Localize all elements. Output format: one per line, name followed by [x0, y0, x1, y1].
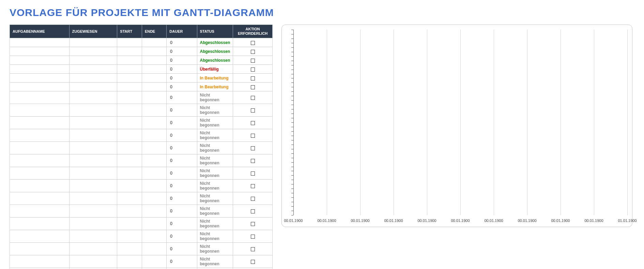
cell-assignee[interactable] — [69, 142, 117, 154]
col-header-duration[interactable]: DAUER — [167, 25, 197, 38]
cell-end[interactable] — [142, 47, 166, 56]
cell-duration[interactable]: 0 — [167, 167, 197, 180]
cell-duration[interactable]: 0 — [167, 117, 197, 129]
cell-name[interactable] — [10, 218, 70, 230]
cell-end[interactable] — [142, 255, 166, 268]
cell-name[interactable] — [10, 56, 70, 65]
cell-status[interactable]: Abgeschlossen — [197, 47, 233, 56]
cell-start[interactable] — [117, 205, 142, 218]
cell-name[interactable] — [10, 142, 70, 154]
cell-duration[interactable]: 0 — [167, 129, 197, 142]
action-checkbox[interactable] — [251, 76, 255, 80]
cell-end[interactable] — [142, 205, 166, 218]
action-checkbox[interactable] — [251, 222, 255, 226]
cell-status[interactable]: Nicht begonnen — [197, 218, 233, 230]
action-checkbox[interactable] — [251, 171, 255, 176]
cell-start[interactable] — [117, 65, 142, 74]
cell-end[interactable] — [142, 129, 166, 142]
cell-status[interactable]: Nicht begonnen — [197, 104, 233, 117]
cell-duration[interactable]: 0 — [167, 255, 197, 268]
cell-name[interactable] — [10, 117, 70, 129]
action-checkbox[interactable] — [251, 260, 255, 264]
cell-name[interactable] — [10, 180, 70, 192]
action-checkbox[interactable] — [251, 134, 255, 138]
cell-status[interactable]: Nicht begonnen — [197, 129, 233, 142]
cell-assignee[interactable] — [69, 91, 117, 104]
action-checkbox[interactable] — [251, 108, 255, 113]
cell-end[interactable] — [142, 180, 166, 192]
action-checkbox[interactable] — [251, 68, 255, 72]
cell-end[interactable] — [142, 230, 166, 243]
cell-duration[interactable]: 0 — [167, 243, 197, 255]
cell-duration[interactable]: 0 — [167, 230, 197, 243]
cell-name[interactable] — [10, 47, 70, 56]
cell-start[interactable] — [117, 83, 142, 91]
cell-status[interactable]: Nicht begonnen — [197, 192, 233, 205]
action-checkbox[interactable] — [251, 197, 255, 201]
cell-status[interactable]: Nicht begonnen — [197, 230, 233, 243]
cell-start[interactable] — [117, 47, 142, 56]
cell-start[interactable] — [117, 218, 142, 230]
cell-start[interactable] — [117, 230, 142, 243]
cell-duration[interactable]: 0 — [167, 47, 197, 56]
cell-end[interactable] — [142, 56, 166, 65]
cell-status[interactable]: Nicht begonnen — [197, 154, 233, 167]
cell-assignee[interactable] — [69, 192, 117, 205]
action-checkbox[interactable] — [251, 85, 255, 89]
cell-end[interactable] — [142, 192, 166, 205]
action-checkbox[interactable] — [251, 50, 255, 54]
cell-name[interactable] — [10, 38, 70, 47]
cell-end[interactable] — [142, 91, 166, 104]
action-checkbox[interactable] — [251, 121, 255, 125]
cell-start[interactable] — [117, 56, 142, 65]
cell-name[interactable] — [10, 74, 70, 83]
cell-name[interactable] — [10, 104, 70, 117]
cell-duration[interactable]: 0 — [167, 154, 197, 167]
col-header-start[interactable]: START — [117, 25, 142, 38]
cell-assignee[interactable] — [69, 129, 117, 142]
cell-start[interactable] — [117, 117, 142, 129]
cell-name[interactable] — [10, 65, 70, 74]
cell-end[interactable] — [142, 154, 166, 167]
cell-status[interactable]: Nicht begonnen — [197, 205, 233, 218]
cell-duration[interactable]: 0 — [167, 142, 197, 154]
col-header-end[interactable]: ENDE — [142, 25, 166, 38]
cell-start[interactable] — [117, 129, 142, 142]
cell-start[interactable] — [117, 180, 142, 192]
cell-status[interactable]: Abgeschlossen — [197, 56, 233, 65]
cell-assignee[interactable] — [69, 154, 117, 167]
cell-start[interactable] — [117, 74, 142, 83]
cell-name[interactable] — [10, 255, 70, 268]
cell-assignee[interactable] — [69, 243, 117, 255]
cell-end[interactable] — [142, 74, 166, 83]
cell-assignee[interactable] — [69, 56, 117, 65]
cell-start[interactable] — [117, 192, 142, 205]
col-header-status[interactable]: STATUS — [197, 25, 233, 38]
action-checkbox[interactable] — [251, 41, 255, 45]
cell-name[interactable] — [10, 192, 70, 205]
cell-assignee[interactable] — [69, 205, 117, 218]
action-checkbox[interactable] — [251, 96, 255, 100]
cell-assignee[interactable] — [69, 230, 117, 243]
cell-status[interactable]: Überfällig — [197, 65, 233, 74]
cell-assignee[interactable] — [69, 74, 117, 83]
cell-assignee[interactable] — [69, 38, 117, 47]
cell-status[interactable]: Nicht begonnen — [197, 243, 233, 255]
cell-name[interactable] — [10, 83, 70, 91]
cell-duration[interactable]: 0 — [167, 180, 197, 192]
cell-status[interactable]: Nicht begonnen — [197, 167, 233, 180]
cell-name[interactable] — [10, 167, 70, 180]
cell-duration[interactable]: 0 — [167, 91, 197, 104]
cell-start[interactable] — [117, 104, 142, 117]
cell-name[interactable] — [10, 91, 70, 104]
cell-duration[interactable]: 0 — [167, 65, 197, 74]
cell-duration[interactable]: 0 — [167, 205, 197, 218]
cell-start[interactable] — [117, 255, 142, 268]
action-checkbox[interactable] — [251, 235, 255, 239]
action-checkbox[interactable] — [251, 159, 255, 163]
col-header-name[interactable]: AUFGABENNAME — [10, 25, 70, 38]
cell-assignee[interactable] — [69, 180, 117, 192]
cell-status[interactable]: Nicht begonnen — [197, 255, 233, 268]
cell-assignee[interactable] — [69, 47, 117, 56]
cell-assignee[interactable] — [69, 83, 117, 91]
